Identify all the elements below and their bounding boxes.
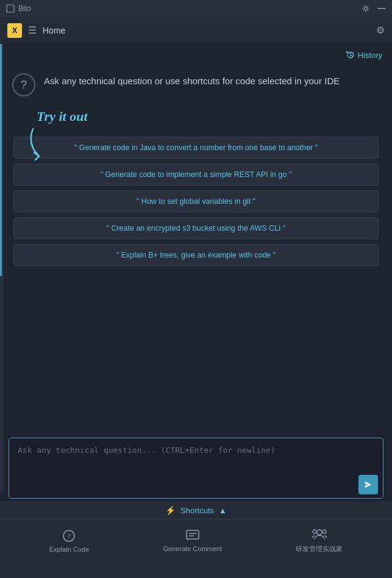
svg-point-9	[323, 530, 326, 533]
example-button-1[interactable]: " Generate code to implement a simple RE…	[13, 164, 379, 186]
title-bar-controls	[362, 4, 386, 13]
community-label: 研发管理实战家	[296, 544, 343, 554]
svg-point-1	[365, 7, 368, 10]
send-button[interactable]	[358, 475, 378, 494]
header-bar: X ☰ Home ⚙	[0, 17, 392, 44]
question-icon: ?	[12, 73, 35, 96]
svg-rect-5	[187, 530, 199, 539]
shortcuts-header: ⚡ Shortcuts ▲	[0, 500, 392, 519]
explain-code-label: Explain Code	[49, 546, 89, 553]
generate-comment-label: Generate Comment	[163, 545, 222, 552]
input-area	[9, 438, 383, 499]
svg-rect-0	[7, 5, 14, 12]
input-bottom-bar	[9, 471, 383, 498]
header-left: X ☰ Home	[7, 23, 65, 38]
minimize-icon[interactable]	[377, 5, 386, 12]
example-button-0[interactable]: " Generate code in Java to convert a num…	[13, 137, 379, 159]
history-bar: History	[0, 44, 392, 66]
shortcut-explain-code[interactable]: ? Explain Code	[49, 529, 89, 553]
svg-rect-2	[377, 8, 386, 9]
example-button-3[interactable]: " Create an encrypted s3 bucket using th…	[13, 217, 379, 239]
arrow-icon	[21, 126, 57, 162]
chevron-up-icon[interactable]: ▲	[219, 506, 227, 515]
hamburger-icon[interactable]: ☰	[28, 24, 37, 36]
generate-comment-icon	[186, 530, 199, 542]
history-button[interactable]: History	[346, 51, 382, 60]
shortcuts-bar: ⚡ Shortcuts ▲ ? Explain Code Generate Co…	[0, 500, 392, 578]
info-text: Ask any technical question or use shortc…	[44, 72, 340, 89]
send-icon	[364, 480, 372, 489]
question-input[interactable]	[9, 438, 383, 469]
header-gear-icon[interactable]: ⚙	[376, 24, 385, 36]
app-title: Bito	[18, 4, 31, 13]
example-button-2[interactable]: " How to set global variables in git "	[13, 190, 379, 212]
page-title: Home	[43, 26, 65, 35]
shortcut-generate-comment[interactable]: Generate Comment	[163, 530, 222, 552]
shortcuts-items: ? Explain Code Generate Comment	[0, 519, 392, 560]
history-icon	[346, 51, 355, 59]
examples-list: " Generate code in Java to convert a num…	[12, 137, 380, 266]
try-section: Try it out	[12, 109, 380, 125]
title-bar-left: Bito	[6, 4, 31, 13]
shortcut-community[interactable]: 研发管理实战家	[296, 528, 343, 554]
svg-point-8	[317, 530, 322, 535]
title-bar: Bito	[0, 0, 392, 17]
community-icon	[312, 528, 327, 541]
svg-text:?: ?	[68, 532, 71, 540]
svg-point-10	[313, 530, 316, 533]
shortcuts-label: Shortcuts	[180, 506, 214, 515]
main-content: ? Ask any technical question or use shor…	[0, 66, 392, 456]
settings-icon[interactable]	[362, 4, 370, 13]
shortcuts-lightning-icon: ⚡	[165, 505, 176, 515]
history-label: History	[358, 51, 382, 60]
info-card: ? Ask any technical question or use shor…	[12, 72, 380, 96]
try-it-out-label: Try it out	[37, 109, 88, 125]
logo-box: X	[7, 23, 22, 38]
bito-logo-icon	[6, 4, 15, 13]
explain-code-icon: ?	[62, 529, 76, 543]
example-button-4[interactable]: " Explain B+ trees, give an example with…	[13, 244, 379, 266]
